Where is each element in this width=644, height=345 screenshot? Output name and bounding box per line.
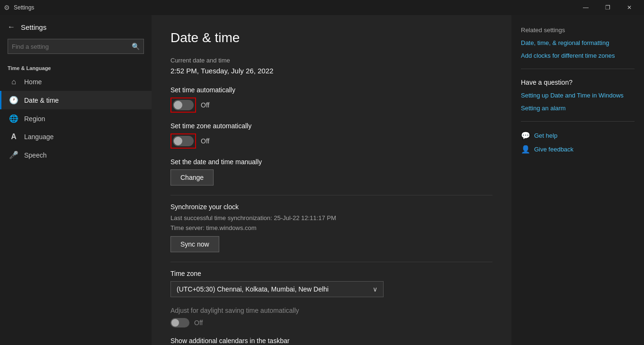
sidebar-item-speech[interactable]: 🎤 Speech bbox=[0, 146, 152, 164]
set-time-auto-row: Set time automatically Off bbox=[170, 86, 492, 113]
set-time-auto-toggle-wrapper bbox=[170, 97, 196, 113]
nav-label-home: Home bbox=[24, 78, 42, 86]
window-controls: — ❐ ✕ bbox=[575, 0, 640, 15]
titlebar-title: Settings bbox=[14, 4, 575, 11]
sidebar: ← Settings 🔍 Time & Language ⌂ Home 🕐 Da… bbox=[0, 15, 152, 345]
sidebar-header: ← Settings bbox=[0, 19, 152, 39]
nav-label-date-time: Date & time bbox=[24, 97, 59, 104]
sync-info-line1: Last successful time synchronization: 25… bbox=[170, 214, 492, 221]
divider-2 bbox=[170, 262, 492, 262]
additional-cal-row: Show additional calendars in the taskbar bbox=[170, 337, 492, 345]
set-timezone-auto-title: Set time zone automatically bbox=[170, 122, 492, 130]
timezone-dropdown-container: (UTC+05:30) Chennai, Kolkata, Mumbai, Ne… bbox=[170, 281, 492, 297]
current-time-display: 2:52 PM, Tuesday, July 26, 2022 bbox=[170, 67, 492, 75]
microphone-icon: 🎤 bbox=[9, 150, 18, 159]
sync-info-line2: Time server: time.windows.com bbox=[170, 224, 492, 231]
toggle-knob-3 bbox=[171, 319, 179, 327]
language-icon: A bbox=[9, 133, 18, 141]
clock-icon: 🕐 bbox=[9, 96, 18, 105]
daylight-title: Adjust for daylight saving time automati… bbox=[170, 307, 492, 314]
titlebar: ⚙ Settings — ❐ ✕ bbox=[0, 0, 644, 15]
set-timezone-auto-row: Set time zone automatically Off bbox=[170, 122, 492, 149]
maximize-button[interactable]: ❐ bbox=[597, 0, 618, 15]
back-button[interactable]: ← bbox=[8, 23, 15, 31]
right-panel: Related settings Date, time, & regional … bbox=[511, 15, 644, 345]
add-clocks-link[interactable]: Add clocks for different time zones bbox=[521, 52, 635, 59]
current-date-label: Current date and time bbox=[170, 57, 492, 64]
set-time-auto-toggle[interactable] bbox=[173, 100, 194, 110]
set-time-auto-toggle-row: Off bbox=[170, 97, 492, 113]
close-button[interactable]: ✕ bbox=[618, 0, 640, 15]
get-help-label: Get help bbox=[534, 132, 557, 139]
sidebar-item-home[interactable]: ⌂ Home bbox=[0, 73, 152, 91]
main-content: Date & time Current date and time 2:52 P… bbox=[152, 15, 511, 345]
minimize-button[interactable]: — bbox=[575, 0, 597, 15]
settings-icon: ⚙ bbox=[4, 4, 10, 11]
globe-icon: 🌐 bbox=[9, 114, 18, 123]
nav-label-region: Region bbox=[24, 115, 45, 123]
give-feedback-label: Give feedback bbox=[534, 146, 573, 153]
right-divider-1 bbox=[521, 69, 635, 69]
get-help-icon: 💬 bbox=[521, 131, 530, 140]
manual-time-title: Set the date and time manually bbox=[170, 158, 492, 166]
home-icon: ⌂ bbox=[9, 78, 18, 86]
page-title: Date & time bbox=[170, 30, 492, 45]
set-timezone-auto-toggle-row: Off bbox=[170, 133, 492, 149]
set-timezone-auto-toggle-wrapper bbox=[170, 133, 196, 149]
timezone-title: Time zone bbox=[170, 270, 492, 277]
get-help-action[interactable]: 💬 Get help bbox=[521, 131, 635, 140]
set-time-auto-title: Set time automatically bbox=[170, 86, 492, 94]
toggle-knob bbox=[174, 101, 182, 109]
set-timezone-auto-toggle[interactable] bbox=[173, 136, 194, 146]
sync-now-button[interactable]: Sync now bbox=[170, 236, 219, 252]
sidebar-item-date-time[interactable]: 🕐 Date & time bbox=[0, 91, 152, 109]
timezone-row: Time zone (UTC+05:30) Chennai, Kolkata, … bbox=[170, 270, 492, 297]
setting-up-datetime-link[interactable]: Setting up Date and Time in Windows bbox=[521, 92, 635, 99]
daylight-row: Adjust for daylight saving time automati… bbox=[170, 307, 492, 327]
additional-cal-title: Show additional calendars in the taskbar bbox=[170, 337, 492, 345]
sidebar-item-language[interactable]: A Language bbox=[0, 128, 152, 146]
sidebar-section-label: Time & Language bbox=[0, 62, 152, 73]
have-a-question-title: Have a question? bbox=[521, 79, 635, 86]
give-feedback-icon: 👤 bbox=[521, 145, 530, 154]
nav-label-speech: Speech bbox=[24, 151, 46, 159]
related-settings-title: Related settings bbox=[521, 27, 635, 34]
app-container: ← Settings 🔍 Time & Language ⌂ Home 🕐 Da… bbox=[0, 15, 644, 345]
divider-1 bbox=[170, 195, 492, 195]
sync-row: Synchronize your clock Last successful t… bbox=[170, 203, 492, 252]
manual-time-row: Set the date and time manually Change bbox=[170, 158, 492, 186]
date-regional-link[interactable]: Date, time, & regional formatting bbox=[521, 39, 635, 46]
sync-title: Synchronize your clock bbox=[170, 203, 492, 211]
sidebar-item-region[interactable]: 🌐 Region bbox=[0, 109, 152, 128]
give-feedback-action[interactable]: 👤 Give feedback bbox=[521, 145, 635, 154]
right-divider-2 bbox=[521, 121, 635, 122]
timezone-value: (UTC+05:30) Chennai, Kolkata, Mumbai, Ne… bbox=[177, 285, 373, 293]
daylight-toggle[interactable] bbox=[170, 318, 189, 327]
sidebar-title: Settings bbox=[21, 23, 46, 31]
timezone-dropdown[interactable]: (UTC+05:30) Chennai, Kolkata, Mumbai, Ne… bbox=[170, 281, 384, 297]
chevron-down-icon: ∨ bbox=[373, 285, 377, 293]
search-icon: 🔍 bbox=[132, 43, 140, 50]
set-time-auto-value: Off bbox=[201, 101, 209, 109]
search-input[interactable] bbox=[12, 43, 132, 50]
daylight-toggle-row: Off bbox=[170, 318, 492, 327]
nav-label-language: Language bbox=[24, 133, 54, 141]
search-box[interactable]: 🔍 bbox=[8, 39, 144, 54]
change-button[interactable]: Change bbox=[170, 169, 214, 186]
toggle-knob-2 bbox=[174, 137, 182, 145]
setting-alarm-link[interactable]: Setting an alarm bbox=[521, 105, 635, 112]
daylight-value: Off bbox=[194, 319, 203, 327]
set-timezone-auto-value: Off bbox=[201, 137, 209, 145]
